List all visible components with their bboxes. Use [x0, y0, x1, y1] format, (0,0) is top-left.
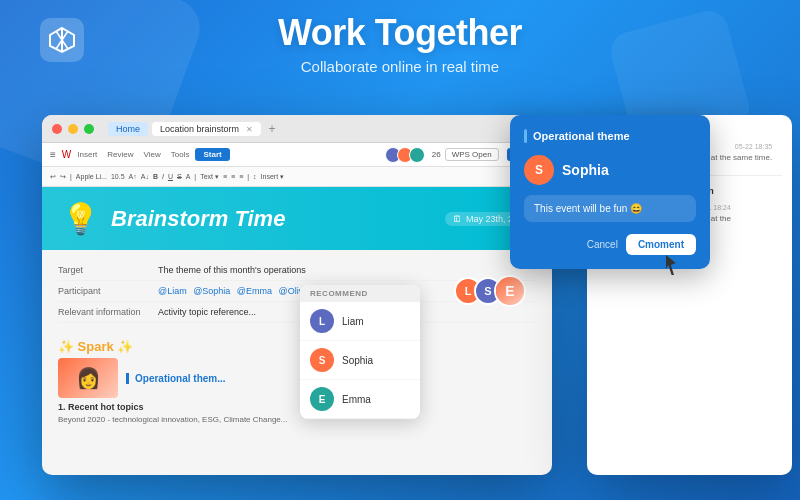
- mention-sophia: @Sophia: [193, 286, 230, 296]
- comment-user-avatar: S: [524, 155, 554, 185]
- hero-section: Work Together Collaborate online in real…: [0, 12, 800, 75]
- tab-brainstorm[interactable]: Location brainstorm ✕: [152, 122, 261, 136]
- cancel-button[interactable]: Cancel: [587, 239, 618, 250]
- start-button[interactable]: Start: [195, 148, 229, 161]
- comment-message: This event will be fun 😄: [524, 195, 696, 222]
- window-chrome: Home Location brainstorm ✕ +: [42, 115, 552, 143]
- format-bar: ↩ ↪ | Apple Li... 10.5 A↑ A↓ B I U S A |…: [42, 167, 552, 187]
- tab-home[interactable]: Home: [108, 122, 148, 136]
- tab-bar: Home Location brainstorm ✕ +: [108, 122, 276, 136]
- format-align-right[interactable]: ≡: [239, 173, 243, 180]
- format-font-color[interactable]: A: [186, 173, 191, 180]
- rec-name-liam: Liam: [342, 316, 364, 327]
- date-icon: 🗓: [453, 214, 462, 224]
- label-participant: Participant: [58, 286, 158, 296]
- photo-avatar-main: E: [494, 275, 526, 307]
- minimize-button[interactable]: [68, 124, 78, 134]
- participant-photos: L S E: [454, 281, 526, 301]
- wps-open-button[interactable]: WPS Open: [445, 148, 499, 161]
- format-align-center[interactable]: ≡: [231, 173, 235, 180]
- rec-avatar-liam: L: [310, 309, 334, 333]
- format-redo[interactable]: ↪: [60, 173, 66, 181]
- maximize-button[interactable]: [84, 124, 94, 134]
- document-window: Home Location brainstorm ✕ + ≡ W Insert …: [42, 115, 552, 475]
- table-row-relevant: Relevant information Activity topic refe…: [58, 302, 536, 323]
- notification-count: 26: [432, 150, 441, 159]
- tab-label: Location brainstorm: [160, 124, 239, 134]
- menu-item-review[interactable]: Review: [107, 150, 133, 159]
- format-italic[interactable]: I: [162, 173, 164, 180]
- brainstorm-header: 💡 Brainstorm Time 🗓 May 23th, 2022: [42, 187, 552, 250]
- document-table: Target The theme of this month's operati…: [42, 250, 552, 333]
- tab-add-icon[interactable]: +: [269, 122, 276, 136]
- recommend-item-liam[interactable]: L Liam: [300, 302, 420, 341]
- format-insert[interactable]: Insert ▾: [261, 173, 284, 181]
- operational-row: 👩 Operational them...: [58, 358, 536, 398]
- mention-emma: @Emma: [237, 286, 272, 296]
- format-separator2: |: [194, 173, 196, 180]
- brainstorm-title: Brainstorm Time: [111, 206, 285, 232]
- bulb-icon: 💡: [62, 201, 99, 236]
- recommend-item-emma[interactable]: E Emma: [300, 380, 420, 419]
- comment-button-label: Cmoment: [638, 239, 684, 250]
- collaborator-avatars: [389, 147, 425, 163]
- format-bold[interactable]: B: [153, 173, 158, 180]
- comment-username: Sophia: [562, 162, 609, 178]
- recommend-item-sophia[interactable]: S Sophia: [300, 341, 420, 380]
- comment-popup: Operational theme S Sophia This event wi…: [510, 115, 710, 269]
- format-separator3: |: [247, 173, 249, 180]
- tab-close-icon[interactable]: ✕: [246, 125, 253, 134]
- format-smaller[interactable]: A↓: [141, 173, 149, 180]
- format-separator: |: [70, 173, 72, 180]
- operational-image: 👩: [58, 358, 118, 398]
- comment-actions: Cancel Cmoment: [524, 234, 696, 255]
- doc-icon: W: [62, 149, 71, 160]
- document-content: 💡 Brainstorm Time 🗓 May 23th, 2022 Targe…: [42, 187, 552, 430]
- recommend-dropdown: RECOMMEND L Liam S Sophia E Emma: [300, 285, 420, 419]
- rec-avatar-emma: E: [310, 387, 334, 411]
- label-target: Target: [58, 265, 158, 275]
- mention-liam: @Liam: [158, 286, 187, 296]
- format-align-left[interactable]: ≡: [223, 173, 227, 180]
- section-text-1: Beyond 2020 - technological innovation, …: [58, 415, 536, 424]
- format-bigger[interactable]: A↑: [129, 173, 137, 180]
- label-relevant: Relevant information: [58, 307, 158, 317]
- rec-name-emma: Emma: [342, 394, 371, 405]
- menu-item-tools[interactable]: Tools: [171, 150, 190, 159]
- right-chat-time-liam: 05-22 18:35: [735, 143, 772, 150]
- operational-theme: Operational them...: [126, 373, 226, 384]
- spark-section: ✨ Spark ✨ 👩 Operational them... 1. Recen…: [42, 333, 552, 430]
- recommend-header: RECOMMEND: [300, 285, 420, 302]
- value-target: The theme of this month's operations: [158, 265, 536, 275]
- toolbar-menu-icon: ≡: [50, 149, 56, 160]
- table-row-participant: Participant @Liam @Sophia @Emma @Oliver …: [58, 281, 536, 302]
- format-undo[interactable]: ↩: [50, 173, 56, 181]
- menu-item-insert[interactable]: Insert: [77, 150, 97, 159]
- format-strikethrough[interactable]: S: [177, 173, 182, 180]
- avatar-3: [409, 147, 425, 163]
- format-line-spacing[interactable]: ↕: [253, 173, 257, 180]
- section-item-1: 1. Recent hot topics: [58, 402, 536, 412]
- format-underline[interactable]: U: [168, 173, 173, 180]
- format-text-style[interactable]: Text ▾: [200, 173, 219, 181]
- format-font[interactable]: Apple Li...: [76, 173, 107, 180]
- comment-button[interactable]: Cmoment: [626, 234, 696, 255]
- close-button[interactable]: [52, 124, 62, 134]
- hero-subtitle: Collaborate online in real time: [0, 58, 800, 75]
- toolbar-menu: Insert Review View Tools: [77, 150, 189, 159]
- rec-avatar-sophia: S: [310, 348, 334, 372]
- comment-user: S Sophia: [524, 155, 696, 185]
- rec-name-sophia: Sophia: [342, 355, 373, 366]
- menu-item-view[interactable]: View: [144, 150, 161, 159]
- format-size[interactable]: 10.5: [111, 173, 125, 180]
- person-emoji: 👩: [76, 366, 101, 390]
- toolbar: ≡ W Insert Review View Tools Start 26 WP…: [42, 143, 552, 167]
- spark-title: ✨ Spark ✨: [58, 339, 536, 354]
- hero-title: Work Together: [0, 12, 800, 54]
- comment-popup-title: Operational theme: [524, 129, 696, 143]
